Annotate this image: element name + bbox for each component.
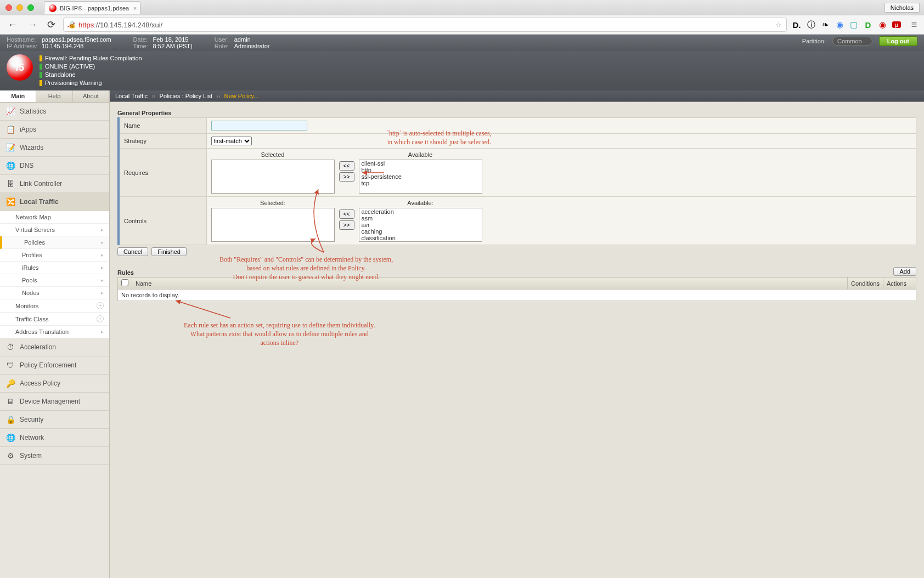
- nav-access-policy[interactable]: 🔑Access Policy: [0, 375, 109, 393]
- tab-help[interactable]: Help: [36, 90, 72, 102]
- rules-table: Name Conditions Actions No records to di…: [117, 277, 916, 301]
- rules-title: Rules: [117, 269, 134, 276]
- list-item[interactable]: ssl-persistence: [359, 173, 482, 180]
- list-item[interactable]: avr: [359, 222, 482, 228]
- url-bar[interactable]: 🔒 https ://10.145.194.248/xui/ ☆: [63, 18, 787, 32]
- list-item[interactable]: tcp: [359, 180, 482, 186]
- section-title: General Properties: [117, 110, 916, 116]
- nav-label: Statistics: [20, 107, 46, 115]
- nav-statistics[interactable]: 📈Statistics: [0, 103, 109, 121]
- list-item[interactable]: classification: [359, 235, 482, 241]
- lock-icon: 🔒: [5, 415, 15, 424]
- hostname-value: pappas1.pdsea.f5net.com: [42, 36, 111, 43]
- controls-available-list[interactable]: acceleration asm avr caching classificat…: [359, 208, 482, 242]
- cancel-button[interactable]: Cancel: [117, 247, 148, 256]
- list-item[interactable]: asm: [359, 215, 482, 222]
- chevron-right-icon: ▸: [101, 329, 104, 335]
- reload-button[interactable]: ⟳: [45, 19, 58, 31]
- sub-monitors[interactable]: Monitors+: [0, 299, 109, 313]
- sub-profiles[interactable]: Profiles▸: [0, 249, 109, 262]
- nav-label: Network: [20, 434, 44, 441]
- bookmark-star-icon[interactable]: ☆: [775, 21, 782, 29]
- nav-network[interactable]: 🌐Network: [0, 429, 109, 447]
- breadcrumb-current: New Policy...: [224, 93, 259, 99]
- ext-icon-mu[interactable]: µ: [892, 21, 901, 28]
- zoom-window-icon[interactable]: [27, 4, 34, 11]
- move-in-button[interactable]: <<: [339, 161, 354, 171]
- sub-pools[interactable]: Pools▸: [0, 274, 109, 287]
- nav-iapps[interactable]: 📋iApps: [0, 121, 109, 139]
- finished-button[interactable]: Finished: [151, 247, 187, 256]
- partition-select[interactable]: Common: [832, 37, 872, 46]
- col-conditions[interactable]: Conditions: [848, 277, 883, 290]
- forward-button: →: [25, 19, 40, 31]
- nav-security[interactable]: 🔒Security: [0, 411, 109, 429]
- select-all-checkbox[interactable]: [121, 279, 128, 286]
- close-tab-icon[interactable]: ×: [133, 5, 137, 12]
- plus-icon[interactable]: +: [97, 302, 104, 309]
- status-firewall: Firewall: Pending Rules Compilation: [45, 54, 142, 63]
- ext-icon-chrome[interactable]: ◉: [835, 20, 844, 30]
- list-item[interactable]: client-ssl: [359, 160, 482, 167]
- strategy-select[interactable]: first-match: [211, 137, 252, 145]
- nav-local-traffic[interactable]: 🔀Local Traffic: [0, 193, 109, 211]
- tab-main[interactable]: Main: [0, 90, 36, 102]
- browser-toolbar: ← → ⟳ 🔒 https ://10.145.194.248/xui/ ☆ D…: [0, 15, 924, 34]
- nav-system[interactable]: ⚙System: [0, 447, 109, 465]
- sub-address-translation[interactable]: Address Translation▸: [0, 326, 109, 338]
- tab-about[interactable]: About: [73, 90, 109, 102]
- requires-selected-list[interactable]: [211, 160, 335, 194]
- profile-button[interactable]: Nicholas: [884, 3, 920, 13]
- ext-icon-evernote[interactable]: ❧: [821, 20, 830, 30]
- move-out-button[interactable]: >>: [339, 172, 354, 182]
- list-item[interactable]: http: [359, 167, 482, 173]
- add-button[interactable]: Add: [893, 267, 916, 276]
- sub-label: Virtual Servers: [15, 226, 55, 233]
- sub-label: Monitors: [15, 303, 38, 309]
- col-name[interactable]: Name: [132, 277, 848, 290]
- nav-dns[interactable]: 🌐DNS: [0, 157, 109, 175]
- breadcrumb-b[interactable]: Policies : Policy List: [160, 93, 213, 99]
- sub-traffic-class[interactable]: Traffic Class+: [0, 313, 109, 326]
- nav-link-controller[interactable]: 🗄Link Controller: [0, 175, 109, 193]
- device-icon: 🖥: [5, 396, 15, 406]
- hamburger-menu-icon[interactable]: ≡: [910, 19, 919, 31]
- nav-device-management[interactable]: 🖥Device Management: [0, 393, 109, 411]
- sub-label: Policies: [24, 239, 45, 246]
- ext-icon-box[interactable]: ▢: [849, 20, 858, 30]
- ext-icon-d[interactable]: D.: [792, 20, 801, 30]
- nav-wizards[interactable]: 📝Wizards: [0, 139, 109, 157]
- ext-icon-green[interactable]: D: [864, 20, 872, 30]
- requires-label: Requires: [119, 149, 206, 197]
- ext-icon-red[interactable]: ◉: [878, 20, 887, 30]
- col-actions[interactable]: Actions: [883, 277, 916, 290]
- nav-policy-enforcement[interactable]: 🛡Policy Enforcement: [0, 356, 109, 375]
- controls-selected-list[interactable]: [211, 208, 335, 242]
- browser-chrome: BIG-IP® - pappas1.pdsea × Nicholas ← → ⟳…: [0, 0, 924, 35]
- list-item[interactable]: acceleration: [359, 208, 482, 215]
- minimize-window-icon[interactable]: [16, 4, 23, 11]
- close-window-icon[interactable]: [5, 4, 12, 11]
- sub-nodes[interactable]: Nodes▸: [0, 287, 109, 299]
- move-in-button[interactable]: <<: [339, 209, 354, 219]
- name-input[interactable]: [211, 121, 307, 131]
- sub-irules[interactable]: iRules▸: [0, 262, 109, 274]
- nav-label: Link Controller: [20, 180, 62, 188]
- plus-icon[interactable]: +: [97, 315, 104, 322]
- sub-network-map[interactable]: Network Map: [0, 211, 109, 224]
- nav-acceleration[interactable]: ⏱Acceleration: [0, 338, 109, 356]
- sub-label: Address Translation: [15, 328, 69, 335]
- back-button[interactable]: ←: [5, 19, 20, 31]
- logout-button[interactable]: Log out: [879, 36, 917, 46]
- status-standalone: Standalone: [45, 71, 76, 79]
- ext-icon-info[interactable]: ⓘ: [807, 20, 815, 30]
- move-out-button[interactable]: >>: [339, 220, 354, 230]
- browser-tab[interactable]: BIG-IP® - pappas1.pdsea ×: [44, 1, 140, 14]
- requires-available-list[interactable]: client-ssl http ssl-persistence tcp: [359, 160, 482, 194]
- insecure-lock-icon: 🔒: [68, 21, 76, 29]
- list-item[interactable]: caching: [359, 228, 482, 235]
- breadcrumb-a[interactable]: Local Traffic: [115, 93, 148, 99]
- apps-icon: 📋: [5, 124, 15, 134]
- sub-virtual-servers[interactable]: Virtual Servers▸: [0, 224, 109, 236]
- sub-policies[interactable]: Policies▸: [0, 236, 109, 249]
